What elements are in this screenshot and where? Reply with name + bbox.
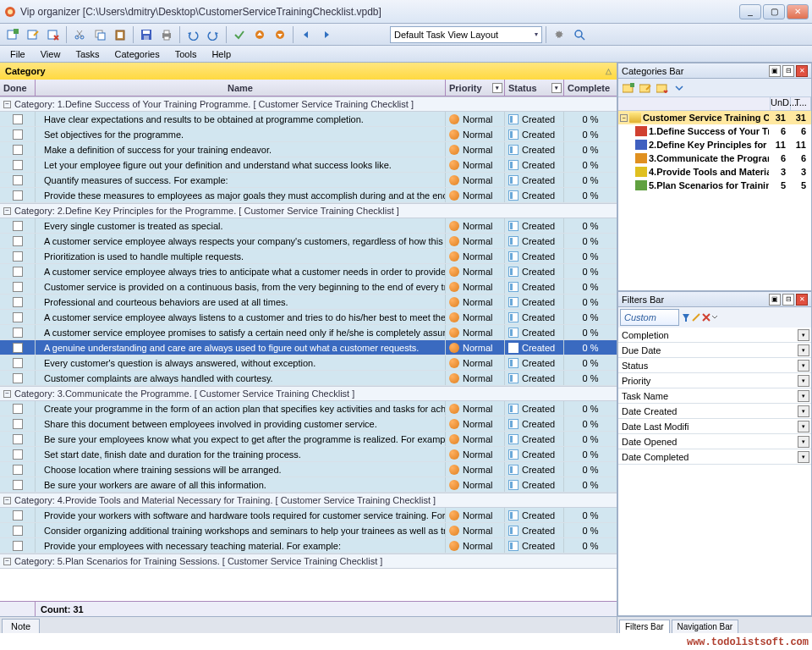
filter-row[interactable]: Priority▾ [618, 373, 811, 388]
menu-help[interactable]: Help [205, 47, 238, 61]
collapse-icon[interactable]: − [3, 390, 11, 398]
cat-edit-icon[interactable] [639, 81, 652, 95]
task-row[interactable]: Every single customer is treated as spec… [0, 218, 617, 234]
tab-note[interactable]: Note [2, 619, 40, 633]
task-row[interactable]: A customer service employee promises to … [0, 325, 617, 340]
filter-dropdown-icon[interactable]: ▾ [492, 83, 502, 93]
move-right-button[interactable] [317, 25, 336, 44]
tab-filters-bar[interactable]: Filters Bar [619, 620, 670, 633]
cat-delete-icon[interactable] [656, 81, 669, 95]
dropdown-icon[interactable]: ▾ [798, 390, 809, 402]
tree-item[interactable]: 1.Define Success of Your Train66 [618, 124, 811, 138]
dropdown-icon[interactable]: ▾ [798, 405, 809, 417]
settings-button[interactable] [550, 25, 568, 44]
done-checkbox[interactable] [13, 419, 23, 429]
task-row[interactable]: Make a definition of success for your tr… [0, 142, 617, 157]
panel-close-icon[interactable]: ✕ [796, 65, 808, 77]
done-checkbox[interactable] [13, 160, 23, 170]
filter-row[interactable]: Due Date▾ [618, 343, 811, 358]
panel-pin-icon[interactable]: ⊟ [782, 294, 794, 306]
filter-row[interactable]: Status▾ [618, 358, 811, 373]
done-checkbox[interactable] [13, 480, 23, 490]
tree-col-total[interactable]: T... [791, 97, 811, 110]
done-checkbox[interactable] [13, 465, 23, 475]
task-row[interactable]: Be sure your workers are aware of all th… [0, 477, 617, 493]
task-row[interactable]: Set start date, finish date and duration… [0, 447, 617, 462]
done-checkbox[interactable] [13, 526, 23, 536]
done-checkbox[interactable] [13, 114, 23, 124]
done-checkbox[interactable] [13, 129, 23, 140]
task-row[interactable]: Quantify measures of success. For exampl… [0, 173, 617, 188]
panel-pin-icon[interactable]: ⊟ [782, 65, 794, 77]
task-row[interactable]: Customer service is provided on a contin… [0, 279, 617, 295]
group-header[interactable]: −Category: 2.Define Key Principles for t… [0, 203, 617, 218]
filter-row[interactable]: Task Name▾ [618, 388, 811, 404]
layout-combo[interactable]: Default Task View Layout [390, 26, 542, 43]
filter-apply-icon[interactable] [681, 312, 691, 322]
dropdown-icon[interactable]: ▾ [798, 344, 809, 356]
copy-button[interactable] [91, 25, 109, 44]
done-checkbox[interactable] [13, 267, 23, 277]
done-checkbox[interactable] [13, 312, 23, 322]
task-row[interactable]: Be sure your employees know what you exp… [0, 432, 617, 447]
redo-button[interactable] [204, 25, 222, 44]
dropdown-icon[interactable]: ▾ [798, 329, 809, 341]
done-checkbox[interactable] [13, 373, 23, 383]
panel-restore-icon[interactable]: ▣ [769, 294, 781, 306]
dropdown-icon[interactable]: ▾ [798, 375, 809, 387]
new-task-button[interactable] [3, 25, 22, 44]
done-checkbox[interactable] [13, 251, 23, 262]
filter-preset-combo[interactable]: Custom [620, 309, 679, 326]
task-row[interactable]: Consider organizing additional training … [0, 523, 617, 538]
done-checkbox[interactable] [13, 404, 23, 414]
group-header[interactable]: −Category: 5.Plan Scenarios for Training… [0, 554, 617, 569]
task-row[interactable]: Provide your workers with software and h… [0, 508, 617, 523]
filter-row[interactable]: Date Last Modifi▾ [618, 419, 811, 434]
panel-close-icon[interactable]: ✕ [796, 294, 808, 306]
filter-row[interactable]: Date Opened▾ [618, 434, 811, 449]
menu-tasks[interactable]: Tasks [69, 47, 106, 61]
dropdown-icon[interactable]: ▾ [798, 360, 809, 372]
tree-item[interactable]: 3.Communicate the Programme66 [618, 151, 811, 165]
delete-task-button[interactable] [44, 25, 63, 44]
task-row[interactable]: Let your employee figure out your defini… [0, 157, 617, 173]
task-row[interactable]: Professional and courteous behaviors are… [0, 295, 617, 310]
collapse-icon[interactable]: − [3, 207, 11, 215]
group-header[interactable]: −Category: 4.Provide Tools and Material … [0, 493, 617, 508]
task-row[interactable]: A customer service employee always liste… [0, 310, 617, 325]
dropdown-icon[interactable]: ▾ [798, 421, 809, 432]
col-priority[interactable]: Priority▾ [446, 80, 505, 96]
task-row[interactable]: Set objectives for the programme.NormalC… [0, 127, 617, 142]
tree-root[interactable]: −Customer Service Training Che3131 [618, 111, 811, 124]
priority-down-button[interactable] [271, 25, 289, 44]
collapse-icon[interactable]: − [3, 558, 11, 565]
tree-col-undone[interactable]: UnD... [771, 97, 791, 110]
filter-more-icon[interactable] [711, 312, 718, 322]
collapse-icon[interactable]: − [3, 101, 11, 108]
menu-view[interactable]: View [34, 47, 68, 61]
done-checkbox[interactable] [13, 145, 23, 155]
cut-button[interactable] [70, 25, 89, 44]
filter-row[interactable]: Completion▾ [618, 328, 811, 343]
close-button[interactable]: ✕ [787, 4, 809, 19]
task-row[interactable]: A customer service employee always tries… [0, 264, 617, 279]
done-checkbox[interactable] [13, 221, 23, 231]
cat-expand-icon[interactable] [672, 81, 686, 95]
col-done[interactable]: Done [0, 80, 36, 96]
tree-item[interactable]: 5.Plan Scenarios for Training S55 [618, 179, 811, 192]
task-row[interactable]: Create your programme in the form of an … [0, 401, 617, 416]
undo-button[interactable] [184, 25, 202, 44]
print-button[interactable] [157, 25, 176, 44]
grid-body[interactable]: −Category: 1.Define Success of Your Trai… [0, 96, 617, 601]
task-row[interactable]: A customer service employee always respe… [0, 234, 617, 249]
filter-clear-icon[interactable] [701, 312, 711, 322]
tree-item[interactable]: 4.Provide Tools and Material N33 [618, 165, 811, 179]
task-row[interactable]: Have clear expectations and results to b… [0, 112, 617, 127]
move-left-button[interactable] [297, 25, 315, 44]
task-row[interactable]: Provide these measures to employees as m… [0, 188, 617, 203]
col-complete[interactable]: Complete [564, 80, 617, 96]
group-header[interactable]: −Category: 3.Communicate the Programme. … [0, 386, 617, 401]
done-checkbox[interactable] [13, 328, 23, 338]
find-button[interactable] [570, 25, 589, 44]
expand-icon[interactable]: − [620, 114, 628, 122]
